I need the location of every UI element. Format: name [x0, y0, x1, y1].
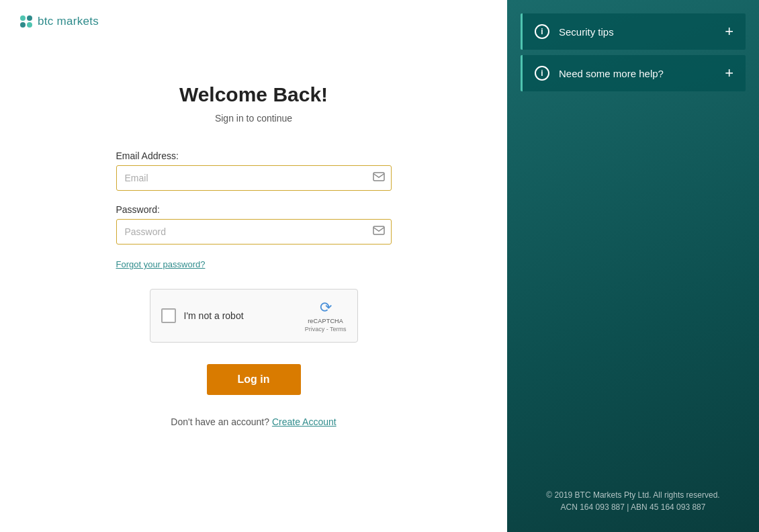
form-container: Welcome Back! Sign in to continue Email … [0, 43, 507, 532]
logo-icon [20, 15, 32, 28]
welcome-title: Welcome Back! [179, 83, 328, 106]
forgot-password-link[interactable]: Forgot your password? [116, 259, 206, 269]
footer-registration: ACN 164 093 887 | ABN 45 164 093 887 [507, 502, 759, 512]
info-icon-help: i [535, 66, 549, 81]
password-input[interactable] [116, 219, 392, 245]
accordion-security-tips[interactable]: i Security tips + [521, 13, 746, 50]
svg-rect-1 [373, 226, 384, 234]
security-tips-label: Security tips [559, 26, 725, 38]
create-account-link[interactable]: Create Account [272, 416, 337, 427]
recaptcha-left: I'm not a robot [161, 308, 244, 323]
recaptcha-brand: reCAPTCHA [308, 318, 343, 324]
recaptcha-label: I'm not a robot [184, 310, 244, 321]
expand-help-icon: + [725, 66, 733, 81]
sign-in-subtitle: Sign in to continue [215, 113, 292, 124]
recaptcha-links: Privacy - Terms [305, 326, 347, 332]
logo-text: btc markets [38, 15, 99, 28]
recaptcha-logo-area: ⟳ reCAPTCHA Privacy - Terms [305, 299, 347, 332]
expand-security-icon: + [725, 24, 733, 39]
password-label: Password: [116, 204, 392, 215]
recaptcha-checkbox[interactable] [161, 308, 176, 323]
recaptcha-widget[interactable]: I'm not a robot ⟳ reCAPTCHA Privacy - Te… [150, 289, 358, 343]
email-label: Email Address: [116, 150, 392, 161]
info-icon-security: i [535, 24, 549, 39]
email-group: Email Address: [116, 150, 392, 191]
password-group: Password: [116, 204, 392, 245]
need-help-label: Need some more help? [559, 68, 725, 79]
login-button[interactable]: Log in [207, 364, 301, 395]
email-input-wrapper [116, 165, 392, 191]
footer-copyright: © 2019 BTC Markets Pty Ltd. All rights r… [507, 490, 759, 500]
recaptcha-logo-icon: ⟳ [320, 299, 332, 316]
email-input[interactable] [116, 165, 392, 191]
password-icon [373, 226, 385, 238]
right-footer: © 2019 BTC Markets Pty Ltd. All rights r… [507, 490, 759, 512]
forgot-password-area: Forgot your password? [116, 258, 392, 270]
right-panel: i Security tips + i Need some more help?… [507, 0, 759, 532]
email-icon [373, 172, 385, 184]
no-account-label: Don't have an account? [171, 416, 269, 427]
accordion-need-help[interactable]: i Need some more help? + [521, 55, 746, 91]
password-input-wrapper [116, 219, 392, 245]
left-panel: btc markets Welcome Back! Sign in to con… [0, 0, 507, 532]
create-account-text: Don't have an account? Create Account [171, 416, 336, 427]
logo-area: btc markets [0, 0, 507, 43]
svg-rect-0 [373, 173, 384, 181]
